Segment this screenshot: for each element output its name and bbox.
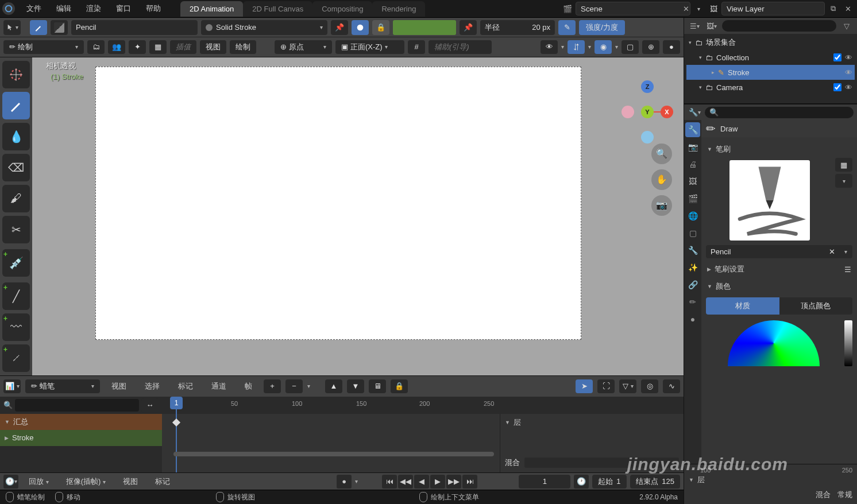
radius-field[interactable]: 半径 20 px xyxy=(480,20,555,35)
ptab-output[interactable]: 🖨 xyxy=(685,157,700,172)
polyline-tool[interactable]: +〰 xyxy=(2,313,30,341)
tab-rendering[interactable]: Rendering xyxy=(372,1,425,17)
summary-row[interactable]: ▼汇总 xyxy=(0,414,162,430)
plane-select[interactable]: ▣ 正面(X-Z) ▾ xyxy=(335,40,404,54)
ds-remove-icon[interactable]: − xyxy=(285,379,303,393)
outliner-search-input[interactable] xyxy=(722,20,836,32)
timeline-area[interactable]: 1 50 100 150 200 250 ▼层 混合 xyxy=(162,397,684,472)
stroke-style-select[interactable]: Solid Stroke ▾ xyxy=(201,20,327,35)
list-icon[interactable]: ☰ xyxy=(844,265,851,274)
brush-grid-icon[interactable]: ▦ xyxy=(835,158,852,172)
camera-nav-icon[interactable]: 📷 xyxy=(651,195,672,216)
outliner-filter-icon[interactable]: ▽ xyxy=(840,19,854,33)
scene-close-icon[interactable]: ✕ xyxy=(682,2,690,15)
gizmo-bottom-axis[interactable] xyxy=(641,131,654,144)
mode-select[interactable]: ✏ 绘制 ▾ xyxy=(3,40,84,54)
value-slider[interactable] xyxy=(844,320,852,366)
camera-row[interactable]: ▾🗀Camera 👁 xyxy=(686,80,855,95)
play-rev-icon[interactable]: ◀ xyxy=(414,475,429,489)
draw-menu[interactable]: 绘制 xyxy=(230,40,256,54)
tab-2d-full-canvas[interactable]: 2D Full Canvas xyxy=(243,1,312,17)
viewlayer-new-icon[interactable]: ⧉ xyxy=(826,2,840,15)
camera-enable-checkbox[interactable] xyxy=(833,83,841,91)
viewlayer-field[interactable] xyxy=(721,2,825,15)
ptab-tool[interactable]: 🔧 xyxy=(685,122,700,137)
overlay-toggle-icon[interactable]: ◉ xyxy=(595,40,612,54)
menu-file[interactable]: 文件 xyxy=(20,1,48,16)
stroke-channel-row[interactable]: ▶Stroke xyxy=(0,430,162,446)
viewlayer-browse-icon[interactable]: 🖼 xyxy=(707,2,720,15)
normal-mode-label[interactable]: 常规 xyxy=(837,490,852,500)
ptab-scene[interactable]: 🎬 xyxy=(685,191,700,206)
drawing-canvas[interactable] xyxy=(95,67,581,340)
ptab-viewlayer[interactable]: 🖼 xyxy=(685,174,700,189)
playback-menu[interactable]: 回放 ▾ xyxy=(22,474,56,489)
brush-icon[interactable] xyxy=(30,20,47,35)
xray-icon[interactable]: ▢ xyxy=(621,40,639,54)
layer-panel-header[interactable]: ▼层 xyxy=(505,416,679,429)
ptab-world[interactable]: 🌐 xyxy=(685,208,700,223)
visibility-icon[interactable]: 👁 xyxy=(541,40,558,54)
zoom-nav-icon[interactable]: 🔍 xyxy=(651,144,672,164)
tab-2d-animation[interactable]: 2D Animation xyxy=(180,1,243,17)
collection-row[interactable]: ▾🗀Collection 👁 xyxy=(686,50,855,65)
sphere-icon[interactable] xyxy=(352,20,369,35)
brush-menu-icon[interactable]: ▾ xyxy=(839,245,852,258)
ds-monitor-icon[interactable]: 🖥 xyxy=(369,379,386,393)
channel-search-input[interactable] xyxy=(15,399,139,412)
scene-collection-row[interactable]: ▾🗀场景集合 xyxy=(686,35,855,50)
ptab-data[interactable]: ✏ xyxy=(685,294,700,309)
outliner-mode-icon[interactable]: ☰▾ xyxy=(688,19,701,33)
ptab-fx[interactable]: ✨ xyxy=(685,260,700,275)
material-mode-button[interactable]: 材质 xyxy=(706,297,779,315)
pin-material-icon[interactable]: 📌 xyxy=(331,20,348,35)
end-frame-field[interactable]: 结束点 125 xyxy=(630,475,680,489)
ptab-constraint[interactable]: 🔗 xyxy=(685,277,700,292)
ptab-render[interactable]: 📷 xyxy=(685,139,700,154)
stroke-row[interactable]: ▸✎Stroke 👁 xyxy=(686,65,855,80)
ds-marker-menu[interactable]: 标记 xyxy=(171,379,200,394)
eye-icon[interactable]: 👁 xyxy=(845,83,852,92)
brush-name-field[interactable]: Pencil xyxy=(706,245,825,258)
menu-render[interactable]: 渲染 xyxy=(79,1,108,16)
ds-snap-icon[interactable]: ◎ xyxy=(641,379,658,393)
ds-up-icon[interactable]: ▲ xyxy=(325,379,342,393)
draw-tool[interactable] xyxy=(2,92,30,119)
erase-tool[interactable]: ⌫ xyxy=(2,154,30,181)
brush-settings-header[interactable]: ▶笔刷设置 ☰ xyxy=(706,261,852,278)
pb-marker-menu[interactable]: 标记 xyxy=(148,474,177,489)
prev-key-icon[interactable]: ◀◀ xyxy=(398,475,413,489)
range-icon[interactable]: ↔ xyxy=(141,398,159,412)
gizmo-neg-axis[interactable] xyxy=(621,106,634,118)
start-frame-field[interactable]: 起始 1 xyxy=(592,475,627,489)
jump-end-icon[interactable]: ⏭ xyxy=(462,475,477,489)
guide-field[interactable]: 辅助(引导) xyxy=(428,40,492,54)
cursor-tool-icon[interactable]: ▾ xyxy=(3,20,21,35)
line-tool[interactable]: +╱ xyxy=(2,282,30,310)
right-layer-header[interactable]: ▼层 xyxy=(689,474,852,486)
gizmo-x-axis[interactable]: X xyxy=(661,106,673,118)
ds-prop-icon[interactable]: ∿ xyxy=(663,379,680,393)
scene-field[interactable]: ✕ xyxy=(576,2,690,15)
keying-menu[interactable]: 抠像(插帧) ▾ xyxy=(59,474,113,489)
grid-icon[interactable]: # xyxy=(408,40,425,54)
collection-enable-checkbox[interactable] xyxy=(833,53,841,61)
pin-color-icon[interactable]: 📌 xyxy=(460,20,477,35)
brush-dropdown-icon[interactable]: ▾ xyxy=(835,174,852,188)
ds-mode-select[interactable]: ✏ 蜡笔 ▾ xyxy=(25,379,100,393)
ds-frame-menu[interactable]: 帧 xyxy=(238,379,259,394)
eye-icon[interactable]: 👁 xyxy=(845,53,852,62)
menu-help[interactable]: 帮助 xyxy=(139,1,168,16)
ds-pointer-icon[interactable]: ➤ xyxy=(576,379,593,393)
viewlayer-remove-icon[interactable]: ✕ xyxy=(841,2,855,15)
pan-nav-icon[interactable]: ✋ xyxy=(651,169,672,190)
props-search[interactable]: 🔍 xyxy=(705,107,854,118)
multiframe-icon[interactable]: ✦ xyxy=(129,40,146,54)
viewlayer-input[interactable] xyxy=(722,2,828,15)
brush-section-header[interactable]: ▼笔刷 xyxy=(706,141,852,158)
color-wheel[interactable] xyxy=(728,320,820,366)
frame-ruler[interactable]: 1 50 100 150 200 250 xyxy=(162,397,684,414)
menu-window[interactable]: 窗口 xyxy=(109,1,138,16)
ptab-material[interactable]: ● xyxy=(685,312,700,327)
scene-browse-icon[interactable]: 🎬 xyxy=(561,2,574,15)
